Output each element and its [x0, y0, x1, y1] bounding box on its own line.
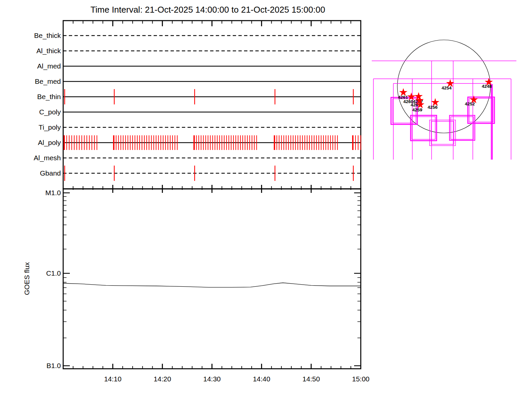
fov-overlay	[372, 61, 516, 160]
goes-x-tick-label: 14:50	[303, 375, 320, 383]
goes-y-tick-label: M1.0	[45, 189, 61, 197]
filter-row-Al_poly: Al_poly	[38, 135, 361, 150]
filter-row-label: Al_thick	[36, 47, 61, 55]
active-region-label: 4259	[412, 107, 422, 112]
goes-y-tick-label: B1.0	[47, 362, 61, 369]
filter-row-label: Be_med	[35, 77, 61, 85]
plot-canvas: Be_thickAl_thickAl_medBe_medBe_thinC_pol…	[0, 0, 532, 399]
timeline-frame	[63, 21, 361, 189]
fov-box	[468, 97, 494, 123]
goes-x-tick-label: 14:30	[203, 375, 221, 383]
filter-row-label: Ti_poly	[39, 123, 61, 131]
active-region-label: 4252	[465, 101, 475, 106]
filter-row-Al_med: Al_med	[37, 62, 361, 70]
active-region-4256: 4256	[428, 98, 439, 110]
goes-y-axis: M1.0C1.0B1.0GOES flux	[23, 189, 361, 369]
filter-row-label: Al_poly	[38, 139, 61, 147]
goes-x-tick-label: 15:00	[352, 375, 370, 383]
timeline-x-ticks	[73, 21, 351, 193]
active-region-label: 4248	[482, 84, 492, 89]
active-region-4254: 4254	[442, 79, 454, 90]
goes-x-axis: 14:1014:2014:3014:4014:5015:00	[73, 364, 369, 383]
fov-box	[411, 115, 437, 141]
filter-row-label: C_poly	[39, 108, 61, 116]
filter-row-Ti_poly: Ti_poly	[39, 123, 361, 131]
goes-x-tick-label: 14:40	[253, 375, 270, 383]
xrt-observation-summary: Time Interval: 21-Oct-2025 14:00:00 to 2…	[0, 0, 532, 399]
filter-row-Gband: Gband	[40, 166, 361, 181]
goes-flux-curve	[63, 283, 361, 288]
filter-row-C_poly: C_poly	[39, 108, 361, 116]
filter-row-label: Be_thin	[37, 93, 61, 101]
active-region-label: 4256	[428, 105, 438, 110]
filter-row-label: Be_thick	[34, 32, 61, 40]
timeline-panel	[63, 21, 361, 189]
filter-row-Be_med: Be_med	[35, 77, 361, 85]
goes-y-axis-title: GOES flux	[23, 262, 31, 295]
active-region-4261: 4261	[398, 88, 408, 100]
filter-row-label: Al_med	[37, 62, 61, 70]
filter-row-Be_thick: Be_thick	[34, 32, 361, 40]
filter-row-Be_thin: Be_thin	[37, 89, 361, 104]
goes-y-tick-label: C1.0	[46, 269, 61, 277]
filter-row-Al_thick: Al_thick	[36, 47, 361, 55]
filter-row-Al_mesh: Al_mesh	[34, 154, 361, 162]
goes-panel	[63, 189, 361, 369]
goes-frame	[63, 189, 361, 369]
filter-row-label: Gband	[40, 169, 61, 177]
goes-x-tick-label: 14:20	[154, 375, 171, 383]
filter-row-label: Al_mesh	[34, 154, 61, 162]
goes-x-tick-label: 14:10	[104, 375, 122, 383]
active-region-label: 4254	[442, 85, 452, 90]
